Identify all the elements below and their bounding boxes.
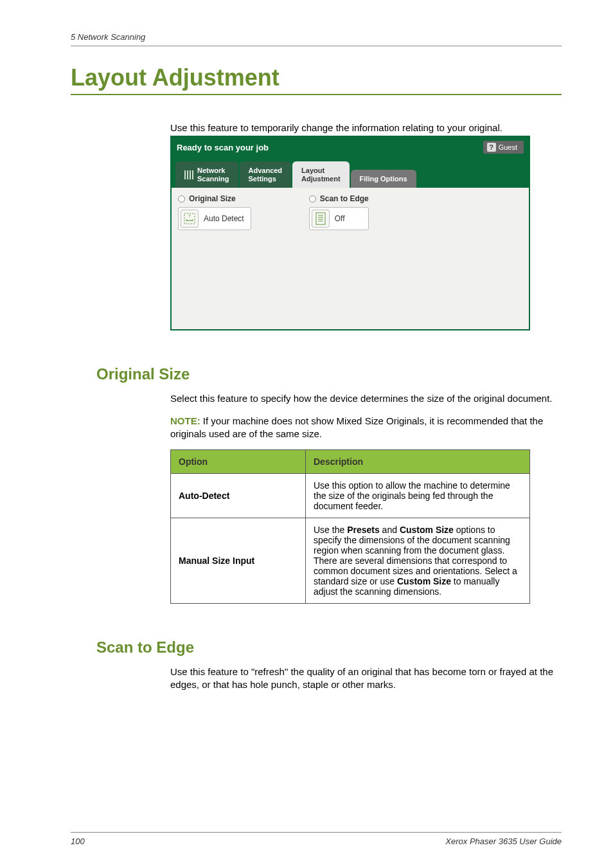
original-size-label: Original Size — [178, 194, 251, 203]
auto-detect-button[interactable]: ? Auto Detect — [178, 207, 251, 230]
text: Custom Size — [400, 525, 454, 535]
help-icon: ? — [487, 143, 496, 152]
svg-rect-3 — [316, 213, 325, 224]
screenshot-body: Original Size ? Auto Detect Scan to Edge — [172, 188, 529, 329]
note-label: NOTE: — [170, 415, 200, 426]
auto-detect-icon: ? — [181, 210, 199, 228]
page-number: 100 — [71, 836, 85, 846]
table-header-row: Option Description — [171, 450, 530, 474]
intro-text: Use this feature to temporarily change t… — [170, 122, 562, 133]
opt-name: Auto-Detect — [171, 474, 306, 518]
page-title: Layout Adjustment — [71, 64, 562, 95]
radio-icon — [309, 195, 316, 203]
tab-label: Layout Adjustment — [301, 167, 341, 183]
guest-button[interactable]: ? Guest — [483, 141, 524, 154]
original-size-para: Select this feature to specify how the d… — [170, 392, 562, 405]
tab-label: Advanced Settings — [249, 167, 283, 183]
heading-original-size: Original Size — [96, 365, 562, 383]
original-size-note: NOTE: If your machine does not show Mixe… — [170, 415, 562, 441]
scan-to-edge-label: Scan to Edge — [309, 194, 369, 203]
text: and — [380, 525, 400, 535]
label-text: Original Size — [189, 194, 236, 203]
table-row: Auto-Detect Use this option to allow the… — [171, 474, 530, 518]
tab-label: Filing Options — [360, 175, 407, 183]
page-footer: 100 Xerox Phaser 3635 User Guide — [71, 832, 562, 846]
group-original-size: Original Size ? Auto Detect — [178, 194, 251, 323]
tab-label: Network Scanning — [197, 167, 229, 183]
tab-advanced-settings[interactable]: Advanced Settings — [240, 161, 292, 188]
status-bar: Ready to scan your job ? Guest — [172, 137, 529, 158]
label-text: Scan to Edge — [320, 194, 369, 203]
heading-scan-to-edge: Scan to Edge — [96, 638, 562, 656]
page-icon — [312, 210, 330, 228]
scan-icon — [184, 170, 195, 179]
tab-filing-options[interactable]: Filing Options — [351, 170, 416, 188]
radio-icon — [178, 195, 185, 203]
svg-text:?: ? — [188, 214, 191, 218]
status-text: Ready to scan your job — [177, 143, 269, 152]
text: Use the — [314, 525, 347, 535]
doc-title: Xerox Phaser 3635 User Guide — [445, 836, 562, 846]
tab-bar: Network Scanning Advanced Settings Layou… — [172, 158, 529, 188]
opt-desc: Use this option to allow the machine to … — [306, 474, 530, 518]
opt-name: Manual Size Input — [171, 518, 306, 604]
note-text: If your machine does not show Mixed Size… — [170, 415, 543, 439]
text: Presets — [347, 525, 380, 535]
scan-to-edge-para: Use this feature to "refresh" the qualit… — [170, 665, 562, 692]
running-header: 5 Network Scanning — [71, 32, 562, 46]
ui-screenshot: Ready to scan your job ? Guest Network S… — [170, 136, 530, 330]
off-button[interactable]: Off — [309, 207, 369, 230]
guest-label: Guest — [499, 143, 517, 151]
tab-network-scanning[interactable]: Network Scanning — [175, 161, 238, 188]
button-label: Off — [335, 214, 345, 223]
button-label: Auto Detect — [204, 214, 244, 223]
opt-desc: Use the Presets and Custom Size options … — [306, 518, 530, 604]
options-table: Option Description Auto-Detect Use this … — [170, 449, 530, 604]
col-description: Description — [306, 450, 530, 474]
tab-layout-adjustment[interactable]: Layout Adjustment — [292, 161, 350, 188]
col-option: Option — [171, 450, 306, 474]
group-scan-to-edge: Scan to Edge Off — [309, 194, 369, 323]
table-row: Manual Size Input Use the Presets and Cu… — [171, 518, 530, 604]
text: Custom Size — [397, 576, 451, 586]
